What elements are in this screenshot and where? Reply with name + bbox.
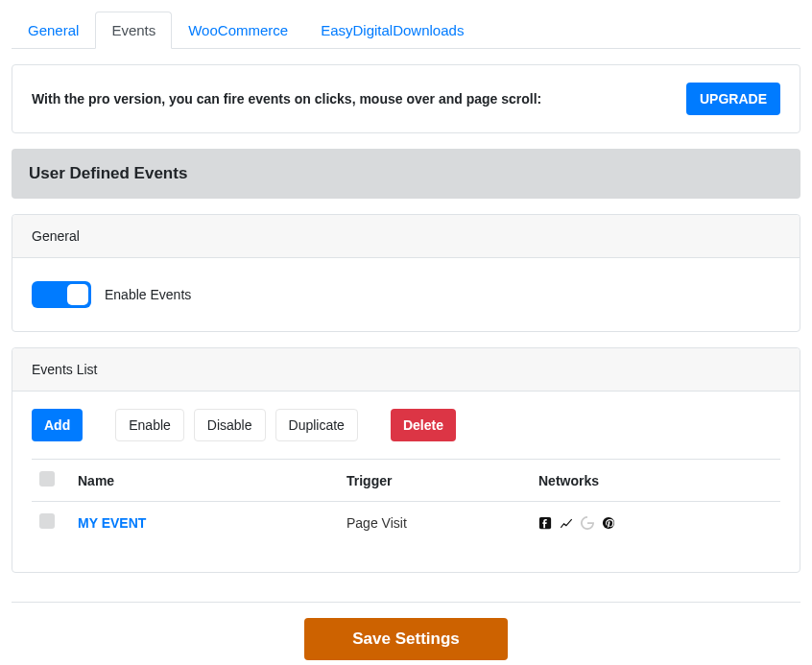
- general-card-header: General: [12, 215, 800, 258]
- footer: Save Settings Click here to give us a 5 …: [12, 618, 800, 665]
- select-all-checkbox[interactable]: [39, 471, 55, 487]
- google-icon: [581, 516, 594, 530]
- duplicate-button[interactable]: Duplicate: [275, 409, 358, 441]
- tab-woocommerce[interactable]: WooCommerce: [172, 12, 304, 49]
- pro-banner-text: With the pro version, you can fire event…: [32, 91, 541, 107]
- upgrade-button[interactable]: UPGRADE: [686, 83, 780, 115]
- delete-button[interactable]: Delete: [391, 409, 456, 441]
- toggle-knob: [67, 284, 88, 305]
- events-button-row: Add Enable Disable Duplicate Delete: [32, 409, 780, 441]
- section-title: User Defined Events: [12, 149, 800, 199]
- add-button[interactable]: Add: [32, 409, 83, 441]
- col-networks: Networks: [531, 460, 780, 502]
- col-trigger: Trigger: [339, 460, 531, 502]
- divider: [12, 602, 800, 603]
- general-card: General Enable Events: [12, 214, 800, 332]
- event-name-link[interactable]: MY EVENT: [78, 515, 146, 531]
- enable-events-toggle[interactable]: [32, 281, 91, 308]
- enable-events-label: Enable Events: [105, 287, 191, 302]
- events-list-header: Events List: [12, 348, 800, 392]
- event-trigger: Page Visit: [339, 502, 531, 544]
- tab-edd[interactable]: EasyDigitalDownloads: [304, 12, 480, 49]
- table-row: MY EVENT Page Visit: [32, 502, 780, 544]
- pinterest-icon: [602, 516, 615, 530]
- tab-general[interactable]: General: [12, 12, 95, 49]
- analytics-icon: [560, 516, 573, 530]
- row-checkbox[interactable]: [39, 513, 55, 529]
- enable-button[interactable]: Enable: [115, 409, 184, 441]
- tabs-bar: General Events WooCommerce EasyDigitalDo…: [12, 12, 800, 49]
- tab-events[interactable]: Events: [95, 12, 172, 49]
- disable-button[interactable]: Disable: [194, 409, 266, 441]
- events-list-card: Events List Add Enable Disable Duplicate…: [12, 347, 800, 573]
- network-icons-row: [538, 516, 773, 530]
- pro-banner-card: With the pro version, you can fire event…: [12, 64, 800, 133]
- facebook-icon: [538, 516, 552, 530]
- col-name: Name: [70, 460, 339, 502]
- events-table: Name Trigger Networks MY EVENT Page Visi…: [32, 459, 780, 543]
- save-settings-button[interactable]: Save Settings: [304, 618, 508, 660]
- select-all-col: [32, 460, 70, 502]
